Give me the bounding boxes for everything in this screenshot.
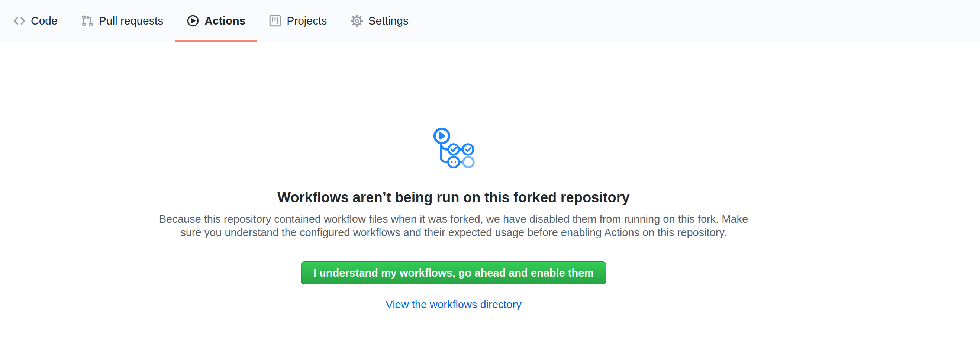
actions-blankslate: Workflows aren’t being run on this forke… xyxy=(141,42,766,311)
tab-code[interactable]: Code xyxy=(2,0,70,42)
repo-nav: Code Pull requests Actions xyxy=(0,0,980,42)
actions-workflow-illustration xyxy=(432,127,475,172)
project-icon xyxy=(269,15,281,27)
tab-settings[interactable]: Settings xyxy=(339,0,420,42)
tab-label: Settings xyxy=(368,15,409,26)
tab-label: Projects xyxy=(286,15,327,26)
gear-icon xyxy=(351,15,363,27)
active-tab-underline xyxy=(175,40,257,42)
workflows-link-row: View the workflows directory xyxy=(141,298,766,311)
tab-pull-requests[interactable]: Pull requests xyxy=(70,0,175,42)
tab-label: Actions xyxy=(204,15,245,26)
tab-projects[interactable]: Projects xyxy=(257,0,339,42)
tab-label: Code xyxy=(31,15,57,26)
code-icon xyxy=(13,15,25,27)
git-pull-request-icon xyxy=(81,15,93,27)
tab-label: Pull requests xyxy=(99,15,163,26)
enable-workflows-button[interactable]: I understand my workflows, go ahead and … xyxy=(301,261,606,284)
description-line-1: Because this repository contained workfl… xyxy=(141,212,766,226)
blankslate-heading: Workflows aren’t being run on this forke… xyxy=(141,189,766,206)
blankslate-description: Because this repository contained workfl… xyxy=(141,212,766,239)
tab-actions[interactable]: Actions xyxy=(175,0,257,42)
play-icon xyxy=(187,15,199,27)
description-line-2: sure you understand the configured workf… xyxy=(141,226,766,239)
view-workflows-directory-link[interactable]: View the workflows directory xyxy=(385,299,521,310)
